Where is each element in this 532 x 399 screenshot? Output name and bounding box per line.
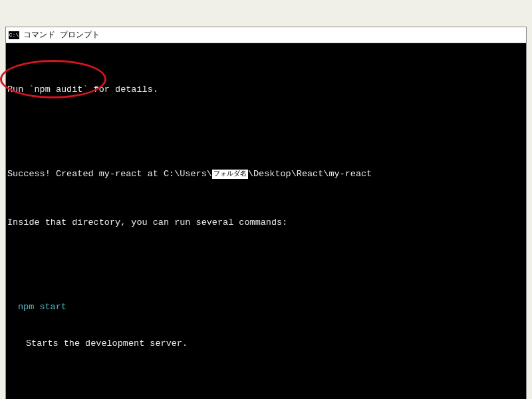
titlebar[interactable]: C:\ コマンド プロンプト [6, 27, 526, 43]
terminal-output[interactable]: Run `npm audit` for details. Success! Cr… [6, 43, 526, 399]
folder-badge: フォルダ名 [212, 170, 248, 179]
cmd-npm-start: npm start [7, 301, 525, 313]
command-prompt-window: C:\ コマンド プロンプト Run `npm audit` for detai… [5, 27, 527, 399]
line-inside: Inside that directory, you can run sever… [7, 217, 525, 229]
line-success: Success! Created my-react at C:\Users\フォ… [7, 168, 525, 180]
line-audit: Run `npm audit` for details. [7, 84, 525, 96]
cmd-icon: C:\ [9, 31, 19, 39]
text-success-path2: \Desktop\React\my-react [248, 169, 372, 179]
text-success-path: my-react at C:\Users\ [99, 169, 212, 179]
blank-line [7, 374, 525, 386]
blank-line [7, 253, 525, 265]
text-success: Success! Created [7, 169, 99, 179]
desc-npm-start: Starts the development server. [7, 338, 525, 350]
blank-line [7, 120, 525, 132]
window-title: コマンド プロンプト [23, 29, 100, 41]
